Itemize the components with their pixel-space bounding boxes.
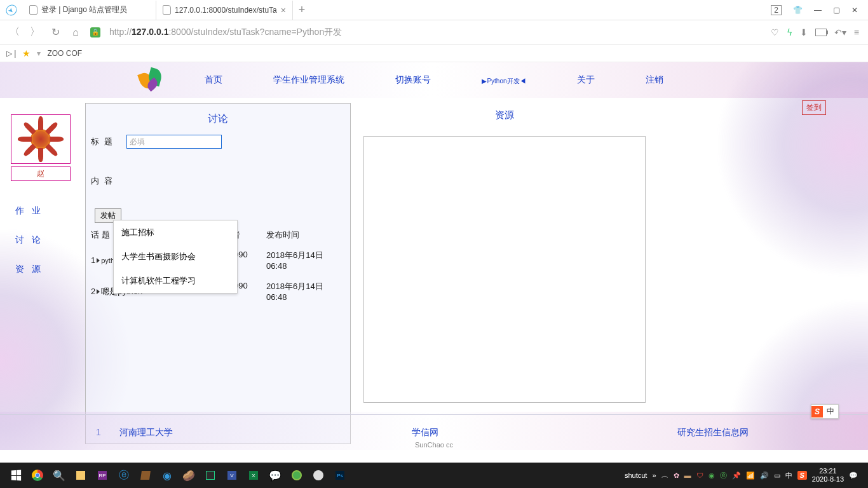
tray-360-icon[interactable]: ◉ xyxy=(709,471,715,480)
page-content: 首页 学生作业管理系统 切换账号 ▶Python开发◀ 关于 注销 xyxy=(0,62,868,450)
taskbar-edge-icon[interactable]: ◉ xyxy=(156,464,178,486)
autocomplete-option[interactable]: 大学生书画摄影协会 xyxy=(114,245,237,269)
taskbar-360-icon[interactable] xyxy=(286,464,308,486)
maximize-icon[interactable]: ▢ xyxy=(833,6,840,15)
tray-chevron-up-icon[interactable]: ︿ xyxy=(661,471,668,480)
back-icon[interactable]: 〈 xyxy=(9,25,20,39)
autocomplete-dropdown: 施工招标 大学生书画摄影协会 计算机软件工程学习 xyxy=(113,220,238,294)
nav-about[interactable]: 关于 xyxy=(577,74,595,86)
close-tab-icon[interactable]: × xyxy=(281,5,286,15)
taskbar-rp-icon[interactable]: RP xyxy=(92,464,113,486)
menu-icon[interactable]: ≡ xyxy=(854,27,859,37)
tab-count-badge[interactable]: 2 xyxy=(771,5,782,15)
tray-battery-icon[interactable]: ▭ xyxy=(774,471,780,480)
left-sidebar: 赵 作业 讨论 资源 xyxy=(0,103,81,444)
new-tab-button[interactable]: + xyxy=(293,3,311,17)
bookmark-item[interactable]: ZOO COF xyxy=(47,49,82,58)
footer-link-university[interactable]: 河南理工大学 xyxy=(119,427,173,438)
browser-tab-bar: ➤ 登录 | Django 站点管理员 127.0.0.1:8000/stuIn… xyxy=(0,0,868,20)
download-icon[interactable]: ⬇ xyxy=(800,27,808,37)
tray-e-icon[interactable]: ⓔ xyxy=(720,471,727,480)
tray-volume-icon[interactable]: 🔊 xyxy=(760,471,769,480)
signin-button[interactable]: 签到 xyxy=(802,100,826,115)
autocomplete-option[interactable]: 施工招标 xyxy=(114,220,237,245)
close-window-icon[interactable]: ✕ xyxy=(851,6,858,15)
site-logo xyxy=(140,69,165,90)
nav-home[interactable]: 首页 xyxy=(205,74,222,86)
footer-link-chsi[interactable]: 学信网 xyxy=(412,427,438,438)
nav-course[interactable]: ▶Python开发◀ xyxy=(482,75,526,86)
page-icon xyxy=(29,5,37,15)
url-input[interactable]: http://127.0.0.1:8000/stuIndex/stuTask?c… xyxy=(109,27,762,38)
restore-icon[interactable]: ↶▾ xyxy=(834,27,846,37)
tray-ime-icon[interactable]: 中 xyxy=(785,471,792,480)
taskbar-chrome-icon[interactable] xyxy=(27,464,48,486)
taskbar-ps-icon[interactable]: Ps xyxy=(329,464,351,486)
home-icon[interactable]: ⌂ xyxy=(70,27,81,38)
tray-shortcut-label[interactable]: shutcut xyxy=(625,471,647,479)
taskbar-excel-icon[interactable]: X xyxy=(243,464,264,486)
taskbar-avatar-icon[interactable] xyxy=(308,464,329,486)
triangle-icon xyxy=(97,258,100,263)
tray-nail-icon[interactable]: 📌 xyxy=(732,471,741,480)
sidebar-item-resource[interactable]: 资源 xyxy=(0,255,81,284)
forward-icon[interactable]: 〉 xyxy=(29,25,41,39)
tray-flower-icon[interactable]: ✿ xyxy=(674,471,679,480)
title-input[interactable] xyxy=(126,135,222,149)
taskbar-pycharm-icon[interactable] xyxy=(200,464,221,486)
tray-shield-icon[interactable]: 🛡 xyxy=(696,471,703,479)
taskbar-visio-icon[interactable]: V xyxy=(221,464,243,486)
taskbar-book-icon[interactable] xyxy=(135,464,156,486)
system-tray: shutcut » ︿ ✿ ▬ 🛡 ◉ ⓔ 📌 📶 🔊 ▭ 中 S 23:21 … xyxy=(625,467,863,484)
taskbar-clock[interactable]: 23:21 2020-8-13 xyxy=(812,467,844,484)
autocomplete-option[interactable]: 计算机软件工程学习 xyxy=(114,269,237,293)
tray-more-icon[interactable]: » xyxy=(652,471,656,479)
app-icon: ➤ xyxy=(0,1,23,20)
tray-wifi-icon[interactable]: 📶 xyxy=(746,471,755,480)
taskbar-explorer-icon[interactable] xyxy=(70,464,92,486)
favorite-icon[interactable]: ♡ xyxy=(771,27,779,37)
bookmarks-bar: ▷ | ★ ▾ ZOO COF xyxy=(0,44,868,62)
footer-sub: SunChao cc xyxy=(0,441,868,449)
address-bar: 〈 〉 ↻ ⌂ 🔒 http://127.0.0.1:8000/stuIndex… xyxy=(0,20,868,44)
nav-system[interactable]: 学生作业管理系统 xyxy=(273,74,344,86)
taskbar-potato-icon[interactable]: 🥔 xyxy=(178,464,200,486)
content-label: 内容 xyxy=(91,174,126,187)
tray-notifications-icon[interactable]: 💬 xyxy=(849,471,858,480)
triangle-icon xyxy=(97,289,100,294)
taskbar-wechat-icon[interactable]: 💬 xyxy=(264,464,286,486)
sidebar-item-homework[interactable]: 作业 xyxy=(0,196,81,226)
skin-icon[interactable]: 👕 xyxy=(793,6,803,15)
tray-sogou-icon[interactable]: S xyxy=(797,471,807,480)
telegram-style-icon: ➤ xyxy=(4,2,19,17)
tab-title: 登录 | Django 站点管理员 xyxy=(41,4,127,15)
resource-panel: 资源 xyxy=(363,103,646,444)
panel-title-resource: 资源 xyxy=(363,103,646,130)
windows-taskbar: 🔍 RP ⓔ ◉ 🥔 V X 💬 Ps shutcut » ︿ ✿ ▬ 🛡 ◉ … xyxy=(0,463,868,488)
tray-book-icon[interactable]: ▬ xyxy=(684,471,691,479)
nav-switch-account[interactable]: 切换账号 xyxy=(395,74,431,86)
browser-tab-2[interactable]: 127.0.0.1:8000/stuIndex/stuTa × xyxy=(156,1,293,20)
resource-iframe[interactable] xyxy=(363,136,646,403)
sidebar-toggle-icon[interactable]: ▷ | xyxy=(6,49,16,58)
nav-logout[interactable]: 注销 xyxy=(646,74,663,86)
ime-indicator[interactable]: S 中 xyxy=(811,404,839,419)
minimize-icon[interactable]: — xyxy=(814,6,822,15)
taskbar-search-icon[interactable]: 🔍 xyxy=(48,464,70,486)
window-controls: 2 👕 — ▢ ✕ xyxy=(771,5,868,15)
panel-title-discuss: 讨论 xyxy=(86,104,350,135)
title-label: 标题 xyxy=(91,135,126,147)
site-security-icon[interactable]: 🔒 xyxy=(90,27,100,37)
speed-icon[interactable]: ϟ xyxy=(787,27,792,37)
taskbar-ie-icon[interactable]: ⓔ xyxy=(113,464,135,486)
footer-link-yz[interactable]: 研究生招生信息网 xyxy=(677,427,749,438)
sidebar-item-discuss[interactable]: 讨论 xyxy=(0,226,81,255)
star-icon[interactable]: ★ xyxy=(22,48,31,58)
top-nav: 首页 学生作业管理系统 切换账号 ▶Python开发◀ 关于 注销 xyxy=(0,62,868,98)
browser-tab-1[interactable]: 登录 | Django 站点管理员 xyxy=(23,1,156,20)
start-button[interactable] xyxy=(5,464,27,486)
footer: 河南理工大学 学信网 研究生招生信息网 SunChao cc xyxy=(0,414,868,450)
reload-icon[interactable]: ↻ xyxy=(50,26,61,38)
username-label: 赵 xyxy=(11,166,71,181)
tab-title: 127.0.0.1:8000/stuIndex/stuTa xyxy=(175,6,277,15)
